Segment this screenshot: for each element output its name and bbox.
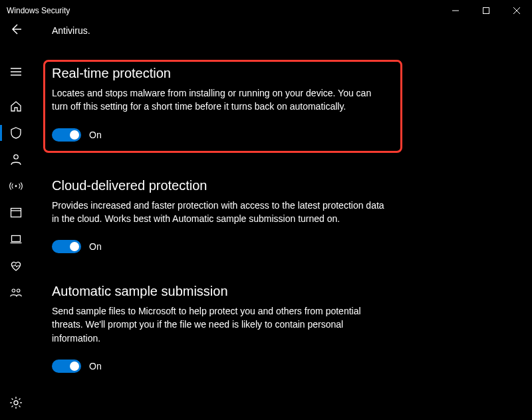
sample-toggle-row: On (52, 360, 411, 373)
signal-icon (9, 179, 23, 193)
gear-icon (9, 396, 23, 409)
window-title: Windows Security (7, 6, 70, 15)
close-icon (513, 7, 520, 14)
sidebar-item-settings[interactable] (0, 389, 32, 416)
sidebar-item-account-protection[interactable] (0, 146, 32, 173)
sample-toggle-label: On (89, 361, 102, 371)
svg-point-7 (14, 155, 18, 159)
laptop-icon (9, 233, 23, 246)
realtime-description: Locates and stops malware from installin… (52, 86, 384, 114)
section-realtime-protection: Real-time protection Locates and stops m… (43, 60, 402, 153)
svg-line-22 (19, 399, 20, 400)
close-button[interactable] (501, 0, 532, 21)
sidebar-item-device-security[interactable] (0, 226, 32, 253)
menu-icon (9, 65, 23, 78)
sidebar-item-firewall[interactable] (0, 173, 32, 199)
main-content: Antivirus. Real-time protection Locates … (32, 21, 532, 420)
section-cloud-protection: Cloud-delivered protection Provides incr… (52, 178, 411, 254)
minimize-icon (452, 7, 459, 14)
window-controls (440, 0, 532, 21)
sidebar-item-device-performance[interactable] (0, 253, 32, 279)
sample-title: Automatic sample submission (52, 284, 411, 299)
sidebar-item-home[interactable] (0, 93, 32, 120)
realtime-title: Real-time protection (52, 66, 394, 81)
people-icon (9, 286, 23, 299)
sample-toggle[interactable] (52, 360, 81, 373)
svg-point-13 (12, 289, 15, 292)
sidebar-item-virus-protection[interactable] (0, 120, 32, 146)
svg-line-23 (12, 405, 13, 407)
realtime-toggle-label: On (89, 130, 102, 140)
sample-description: Send sample files to Microsoft to help p… (52, 304, 384, 345)
page-top-text: Antivirus. (52, 25, 512, 36)
cloud-toggle[interactable] (52, 240, 81, 253)
svg-line-20 (12, 399, 13, 400)
titlebar: Windows Security (0, 0, 532, 21)
heart-icon (9, 259, 23, 272)
svg-rect-1 (483, 8, 489, 14)
realtime-toggle[interactable] (52, 128, 81, 142)
svg-rect-11 (12, 236, 21, 242)
svg-rect-9 (11, 209, 21, 217)
svg-point-15 (14, 401, 18, 405)
back-arrow-icon (9, 23, 23, 36)
sidebar (0, 45, 32, 420)
svg-point-8 (15, 185, 17, 187)
maximize-icon (483, 7, 489, 14)
svg-line-21 (19, 405, 20, 407)
shield-icon (9, 126, 23, 140)
cloud-toggle-label: On (89, 241, 102, 252)
person-icon (9, 153, 23, 166)
sidebar-item-family-options[interactable] (0, 279, 32, 306)
home-icon (9, 100, 23, 113)
minimize-button[interactable] (440, 0, 471, 21)
cloud-description: Provides increased and faster protection… (52, 199, 384, 226)
sidebar-item-app-browser-control[interactable] (0, 199, 32, 226)
section-sample-submission: Automatic sample submission Send sample … (52, 284, 411, 373)
cloud-title: Cloud-delivered protection (52, 178, 411, 193)
realtime-toggle-row: On (52, 128, 394, 142)
window-icon (9, 206, 23, 219)
hamburger-menu-button[interactable] (0, 58, 32, 85)
svg-point-14 (17, 289, 20, 292)
back-button[interactable] (0, 16, 32, 43)
cloud-toggle-row: On (52, 240, 411, 253)
maximize-button[interactable] (471, 0, 501, 21)
